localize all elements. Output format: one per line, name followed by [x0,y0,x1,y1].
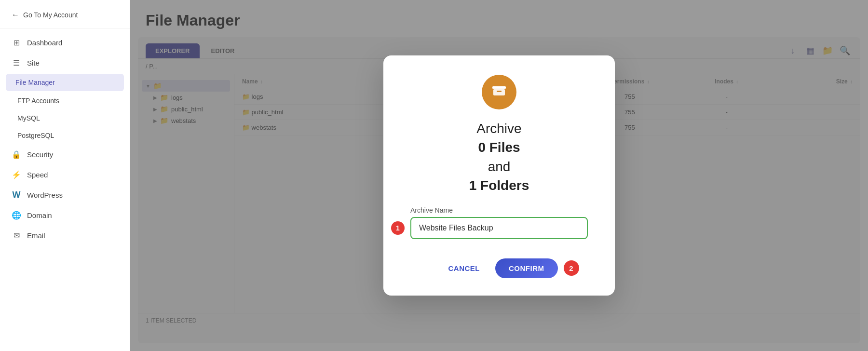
sidebar-item-speed[interactable]: ⚡ Speed [0,164,130,185]
sidebar-item-postgresql[interactable]: PostgreSQL [0,127,130,144]
dialog-actions: CANCEL CONFIRM 2 [441,258,558,278]
security-icon: 🔒 [12,149,21,159]
svg-rect-1 [493,89,505,95]
cancel-button[interactable]: CANCEL [441,259,488,277]
speed-icon: ⚡ [12,170,21,179]
dashboard-icon: ⊞ [12,38,21,47]
dialog-title-line1: Archive [476,121,521,136]
main-area: File Manager EXPLORER EDITOR ↓ ▦ 📁 🔍 / P… [130,0,868,351]
archive-name-field-wrap: 1 [410,217,588,239]
badge-2-wrap: 2 [564,260,579,276]
site-icon: ☰ [12,58,21,68]
archive-name-label: Archive Name [410,206,453,214]
sidebar-label-domain: Domain [27,211,52,219]
sidebar-label-email: Email [27,231,45,240]
archive-name-input[interactable] [410,217,588,239]
sidebar-item-security[interactable]: 🔒 Security [0,144,130,164]
sidebar-item-ftp-accounts[interactable]: FTP Accounts [0,92,130,109]
sidebar-item-site[interactable]: ☰ Site [0,53,130,73]
modal-overlay: Archive 0 Files and 1 Folders Archive Na… [130,0,868,351]
sidebar-item-domain[interactable]: 🌐 Domain [0,205,130,225]
confirm-button[interactable]: CONFIRM [495,258,558,278]
dialog-title-line2: and [488,159,511,174]
sidebar-label-security: Security [27,150,53,159]
file-manager-label: File Manager [15,79,55,86]
back-arrow-icon: ← [12,11,19,19]
sidebar-label-speed: Speed [27,171,48,179]
wordpress-icon: W [12,190,21,200]
email-icon: ✉ [12,230,21,240]
sidebar-item-file-manager[interactable]: File Manager [6,74,124,91]
postgresql-label: PostgreSQL [17,132,54,139]
badge-2: 2 [564,260,579,276]
sidebar-divider [0,28,130,28]
sidebar-item-email[interactable]: ✉ Email [0,225,130,245]
sidebar-item-wordpress[interactable]: W WordPress [0,185,130,205]
svg-rect-0 [492,86,506,89]
badge-1: 1 [391,221,405,235]
dialog-title: Archive 0 Files and 1 Folders [469,119,529,195]
dialog-icon-circle [482,75,516,109]
sidebar-label-dashboard: Dashboard [27,39,62,47]
sidebar-item-mysql[interactable]: MySQL [0,109,130,127]
sidebar-item-dashboard[interactable]: ⊞ Dashboard [0,32,130,53]
dialog-title-bold2: 1 Folders [469,178,529,193]
svg-rect-2 [497,91,502,92]
go-to-account-link[interactable]: ← Go To My Account [0,6,130,24]
sidebar: ← Go To My Account ⊞ Dashboard ☰ Site Fi… [0,0,130,351]
ftp-accounts-label: FTP Accounts [17,97,59,105]
sidebar-label-site: Site [27,59,40,67]
dialog-title-bold1: 0 Files [478,140,520,155]
archive-icon [491,82,507,102]
sidebar-label-wordpress: WordPress [27,191,63,199]
archive-dialog: Archive 0 Files and 1 Folders Archive Na… [383,55,615,296]
domain-icon: 🌐 [12,210,21,220]
back-label: Go To My Account [23,11,78,19]
mysql-label: MySQL [17,114,40,122]
